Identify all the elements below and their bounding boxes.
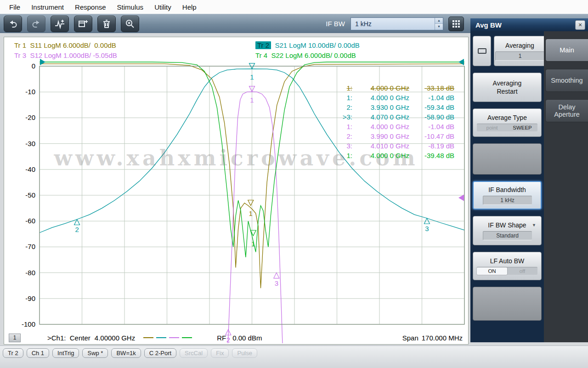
trace-legend-tr1[interactable]: Tr 1 S11 LogM 6.000dB/ 0.00dB <box>14 41 255 49</box>
close-icon[interactable]: × <box>575 20 585 30</box>
if-bandwidth-button[interactable]: IF Bandwidth 1 kHz <box>473 181 542 209</box>
blank-button-2 <box>473 287 542 321</box>
averaging-restart-button[interactable]: Averaging Restart <box>473 73 542 102</box>
span-value: 170.000 MHz <box>422 334 463 342</box>
center-value: 4.00000 GHz <box>95 334 135 342</box>
average-type-segment: pointSWEEP <box>477 124 537 131</box>
segment-option-on[interactable]: ON <box>477 267 507 275</box>
svg-text:-60: -60 <box>25 217 35 225</box>
marker-readout-row: >3:4.070 0 GHz-58.90 dB <box>334 112 454 122</box>
add-trace-button[interactable] <box>51 16 69 32</box>
status-item-inttrig[interactable]: IntTrig <box>52 348 79 358</box>
averaging-value: 1 <box>495 51 544 61</box>
status-item-srccal: SrcCal <box>180 348 208 358</box>
delete-trace-button[interactable] <box>97 16 116 32</box>
stimulus-bar: 1 >Ch1: Center 4.00000 GHz RF 0.00 dBm S… <box>4 333 468 343</box>
tab-delay-aperture[interactable]: Delay Aperture <box>545 99 588 122</box>
trace-color-key <box>143 337 153 338</box>
averaging-toggle-button[interactable] <box>473 36 491 66</box>
marker-readout-row: 1:4.000 0 GHz-33.18 dB <box>334 83 454 93</box>
svg-text:-30: -30 <box>25 140 35 147</box>
lf-auto-bw-segment: ONoff <box>477 267 537 275</box>
panel-button-column: Averaging 1 Averaging Restart Average Ty… <box>470 31 544 342</box>
add-channel-button[interactable] <box>74 16 92 32</box>
tab-main[interactable]: Main <box>545 39 588 62</box>
trace-legend-tr4[interactable]: Tr 4 S22 LogM 6.000dB/ 0.00dB <box>255 51 356 59</box>
rf-value: 0.00 dBm <box>232 334 262 342</box>
svg-text:-80: -80 <box>25 269 35 277</box>
menu-bar: FileInstrumentResponseStimulusUtilityHel… <box>0 0 588 14</box>
tab-smoothing[interactable]: Smoothing <box>545 69 588 92</box>
zoom-in-icon <box>124 18 136 29</box>
spinner-down-icon[interactable]: ▼ <box>435 24 443 30</box>
add-trace-icon <box>54 18 65 29</box>
menu-item-file[interactable]: File <box>4 1 26 13</box>
menu-item-response[interactable]: Response <box>69 1 112 13</box>
center-label: >Ch1: Center <box>47 334 90 342</box>
segment-option-sweep[interactable]: SWEEP <box>507 124 537 131</box>
trace-color-key <box>182 337 192 338</box>
panel-tabs: MainSmoothingDelay Aperture <box>544 31 588 342</box>
marker-readout-row: 2:3.990 0 GHz-10.47 dB <box>334 131 454 141</box>
spinner-up-icon[interactable]: ▲ <box>435 18 443 24</box>
panel-body: Averaging 1 Averaging Restart Average Ty… <box>470 31 588 342</box>
undo-button[interactable] <box>4 16 22 32</box>
svg-text:0: 0 <box>32 62 35 70</box>
svg-text:-100: -100 <box>22 320 35 328</box>
status-item-fix: Fix <box>211 348 229 358</box>
ifbw-field[interactable]: 1 kHz ▲ ▼ <box>351 17 443 30</box>
undo-icon <box>7 18 18 29</box>
svg-text:3: 3 <box>275 279 278 287</box>
ifbw-label: IF BW <box>326 20 345 28</box>
trace-legend-tr2[interactable]: Tr 2 S21 LogM 10.00dB/ 0.00dB <box>255 41 360 49</box>
status-item-tr-2[interactable]: Tr 2 <box>3 348 23 358</box>
footer: Tr 2Ch 1IntTrigSwp *BW=1kC 2-PortSrcCalF… <box>0 345 588 368</box>
zoom-button[interactable] <box>121 16 139 32</box>
status-item-ch-1[interactable]: Ch 1 <box>27 348 49 358</box>
svg-text:1: 1 <box>251 240 255 248</box>
status-item-swp-[interactable]: Swp * <box>82 348 108 358</box>
trace-legend-tr3[interactable]: Tr 3 S12 LogM 1.000dB/ -5.05dB <box>14 51 255 59</box>
panel-title: Avg BW <box>475 21 575 29</box>
channel-indicator[interactable]: 1 <box>9 334 21 342</box>
ifbw-toolbar-group: IF BW 1 kHz ▲ ▼ <box>326 17 464 31</box>
status-bar: Tr 2Ch 1IntTrigSwp *BW=1kC 2-PortSrcCalF… <box>0 346 588 358</box>
menu-item-utility[interactable]: Utility <box>149 1 177 13</box>
add-channel-icon <box>78 18 89 29</box>
averaging-label: Averaging <box>505 42 534 49</box>
if-bw-shape-button[interactable]: IF BW Shape ▼ Standard <box>473 216 542 245</box>
menu-item-stimulus[interactable]: Stimulus <box>112 1 149 13</box>
segment-option-point[interactable]: point <box>477 124 507 131</box>
trace-color-key <box>169 337 179 338</box>
blank-button-1 <box>473 143 542 175</box>
menu-item-instrument[interactable]: Instrument <box>26 1 69 13</box>
keypad-button[interactable] <box>448 17 464 31</box>
marker-readout-row: 1:4.000 0 GHz-1.04 dB <box>334 122 454 131</box>
if-bandwidth-label: IF Bandwidth <box>488 186 526 193</box>
svg-text:1: 1 <box>250 96 254 104</box>
average-type-button[interactable]: Average Type pointSWEEP <box>473 108 542 137</box>
segment-option-off[interactable]: off <box>507 267 537 275</box>
keypad-icon <box>452 19 461 28</box>
status-item-bw-1k[interactable]: BW=1k <box>111 348 141 358</box>
span-label: Span <box>402 334 418 342</box>
status-item-pulse: Pulse <box>232 348 257 358</box>
trace-color-keys <box>143 337 195 338</box>
svg-text:3: 3 <box>425 225 429 232</box>
lf-auto-bw-label: LF Auto BW <box>490 257 525 265</box>
rf-label: RF <box>217 334 226 342</box>
menu-item-help[interactable]: Help <box>177 1 202 13</box>
toggle-indicator-icon <box>478 48 486 54</box>
ifbw-spinner: ▲ ▼ <box>435 18 443 30</box>
svg-text:-20: -20 <box>25 113 35 121</box>
svg-text:2: 2 <box>75 226 79 233</box>
vna-application-window: FileInstrumentResponseStimulusUtilityHel… <box>0 0 588 368</box>
averaging-button[interactable]: Averaging 1 <box>494 36 546 66</box>
chart-area: Tr 1 S11 LogM 6.000dB/ 0.00dBTr 2 S21 Lo… <box>4 37 469 345</box>
trace-legend: Tr 1 S11 LogM 6.000dB/ 0.00dBTr 2 S21 Lo… <box>4 40 468 60</box>
if-bandwidth-value: 1 kHz <box>483 196 532 205</box>
chevron-down-icon: ▼ <box>532 223 536 227</box>
status-item-c-2-port[interactable]: C 2-Port <box>144 348 176 358</box>
ifbw-value[interactable]: 1 kHz <box>351 18 435 30</box>
lf-auto-bw-button[interactable]: LF Auto BW ONoff <box>473 252 542 280</box>
